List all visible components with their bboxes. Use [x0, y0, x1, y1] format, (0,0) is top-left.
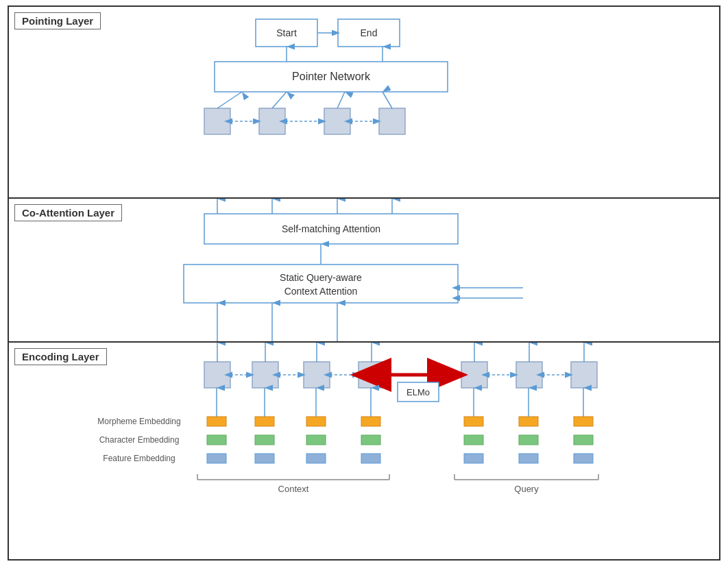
svg-line-18 [337, 92, 345, 108]
svg-text:Self-matching Attention: Self-matching Attention [282, 223, 380, 234]
svg-rect-20 [204, 214, 458, 244]
svg-rect-0 [256, 19, 317, 47]
svg-line-17 [272, 92, 287, 108]
svg-text:Morpheme Embedding: Morpheme Embedding [97, 417, 180, 426]
svg-rect-76 [519, 454, 538, 463]
svg-rect-57 [207, 417, 226, 426]
coattn-layer-label: Co-Attention Layer [14, 204, 122, 221]
svg-text:Pointer Network: Pointer Network [292, 71, 371, 82]
svg-rect-73 [306, 454, 326, 463]
encoding-layer: Encoding Layer [9, 343, 719, 559]
pointing-layer-svg: Start End Pointer Network [9, 7, 719, 197]
svg-text:End: End [361, 27, 378, 38]
svg-rect-22 [184, 264, 458, 303]
svg-rect-77 [574, 454, 593, 463]
svg-rect-66 [306, 435, 326, 445]
svg-text:Start: Start [276, 27, 297, 38]
svg-rect-69 [519, 435, 538, 445]
svg-rect-63 [574, 417, 593, 426]
svg-rect-65 [255, 435, 274, 445]
main-container: Pointing Layer Start End Pointer Network [8, 5, 720, 561]
svg-text:Character Embedding: Character Embedding [99, 435, 180, 445]
svg-rect-68 [464, 435, 483, 445]
svg-rect-59 [306, 417, 326, 426]
svg-rect-70 [574, 435, 593, 445]
svg-line-19 [383, 92, 392, 108]
svg-rect-71 [207, 454, 226, 463]
svg-rect-9 [204, 108, 230, 134]
svg-rect-75 [464, 454, 483, 463]
svg-rect-60 [361, 417, 380, 426]
svg-text:ELMo: ELMo [407, 387, 430, 397]
svg-rect-61 [464, 417, 483, 426]
pointing-layer-label: Pointing Layer [14, 12, 101, 29]
svg-rect-48 [398, 382, 439, 402]
svg-rect-62 [519, 417, 538, 426]
svg-rect-35 [204, 362, 230, 388]
svg-text:Context: Context [278, 484, 309, 494]
svg-rect-39 [461, 362, 487, 388]
svg-rect-58 [255, 417, 274, 426]
svg-rect-12 [379, 108, 405, 134]
svg-text:Static Query-aware: Static Query-aware [280, 272, 362, 283]
svg-rect-41 [571, 362, 597, 388]
svg-rect-67 [361, 435, 380, 445]
svg-rect-36 [252, 362, 278, 388]
svg-rect-74 [361, 454, 380, 463]
svg-rect-64 [207, 435, 226, 445]
svg-rect-10 [259, 108, 285, 134]
svg-rect-38 [359, 362, 385, 388]
svg-rect-11 [324, 108, 350, 134]
svg-line-16 [217, 92, 242, 108]
svg-rect-2 [338, 19, 400, 47]
coattn-layer: Co-Attention Layer Self-matching Attenti… [9, 199, 719, 343]
svg-rect-72 [255, 454, 274, 463]
svg-rect-37 [304, 362, 330, 388]
pointing-layer: Pointing Layer Start End Pointer Network [9, 7, 719, 199]
svg-text:Feature Embedding: Feature Embedding [103, 454, 175, 463]
svg-rect-40 [516, 362, 542, 388]
encoding-svg: ELMo [9, 343, 719, 559]
svg-rect-5 [215, 62, 448, 92]
svg-text:Query: Query [514, 484, 539, 494]
svg-text:Context Attention: Context Attention [284, 286, 358, 297]
encoding-layer-label: Encoding Layer [14, 348, 107, 365]
